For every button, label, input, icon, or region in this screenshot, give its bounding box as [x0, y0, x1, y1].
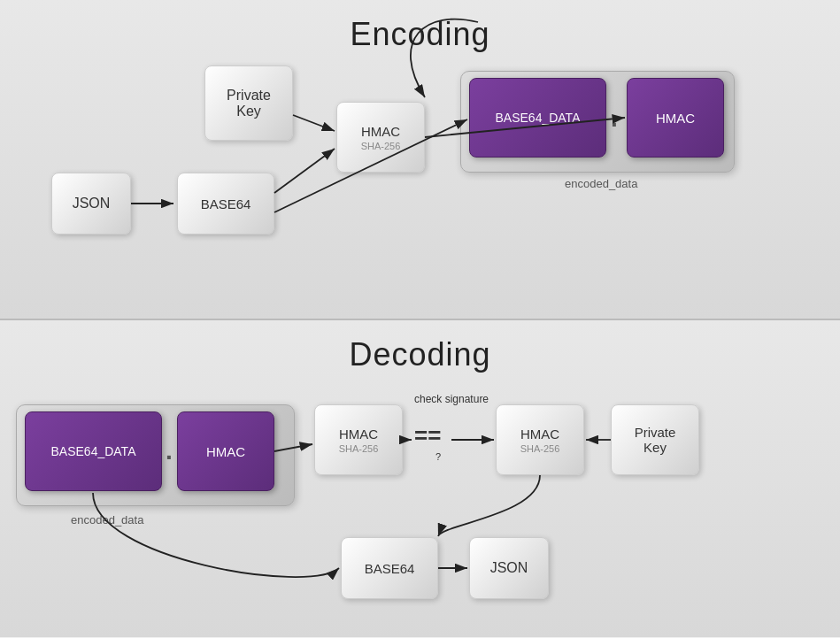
- question-mark: ?: [435, 451, 441, 462]
- check-signature-label: check signature: [414, 393, 489, 405]
- equals-sign: ==: [414, 422, 441, 450]
- decoding-encoded-data-label: encoded_data: [71, 513, 143, 527]
- encoding-base64-box: BASE64: [177, 173, 274, 234]
- decoding-hmac-right-subtitle: SHA-256: [520, 443, 560, 454]
- encoding-hmac-out-box: HMAC: [627, 78, 724, 158]
- decoding-section: Decoding BASE64_DATA . HMAC encoded_data…: [0, 320, 840, 637]
- decoding-hmac-right-box: HMAC SHA-256: [496, 404, 584, 475]
- encoding-hmac-box: HMAC SHA-256: [336, 102, 425, 173]
- encoding-hmac-subtitle: SHA-256: [361, 141, 401, 151]
- encoding-section: Encoding PrivateKey HMAC SHA-256 JSON BA…: [0, 0, 840, 319]
- decoding-hmac-in-box: HMAC: [177, 411, 274, 491]
- decoding-title: Decoding: [0, 320, 840, 373]
- decoding-json-box: JSON: [469, 537, 549, 599]
- encoding-title: Encoding: [0, 0, 840, 53]
- decoding-hmac-right-label: HMAC: [520, 427, 559, 442]
- encoding-json-box: JSON: [51, 173, 131, 234]
- decoding-dot: .: [166, 437, 173, 465]
- decoding-private-key-box: PrivateKey: [611, 404, 699, 475]
- encoding-hmac-label: HMAC: [361, 124, 400, 139]
- decoding-base64data-box: BASE64_DATA: [25, 411, 162, 491]
- svg-line-2: [274, 149, 335, 193]
- svg-line-3: [293, 115, 335, 131]
- decoding-hmac-left-subtitle: SHA-256: [339, 443, 379, 454]
- encoding-encoded-data-label: encoded_data: [565, 177, 637, 190]
- decoding-base64-box: BASE64: [341, 537, 438, 599]
- encoding-base64data-box: BASE64_DATA: [469, 78, 606, 158]
- encoding-dot: .: [611, 104, 618, 133]
- encoding-private-key-box: PrivateKey: [204, 65, 293, 141]
- decoding-hmac-left-label: HMAC: [339, 427, 378, 442]
- decoding-hmac-left-box: HMAC SHA-256: [314, 404, 403, 475]
